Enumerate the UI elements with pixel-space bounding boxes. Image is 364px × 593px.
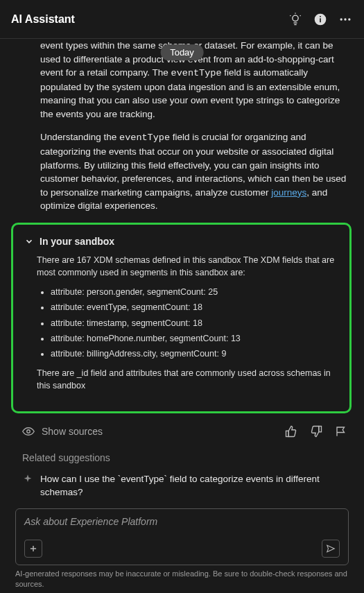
message-paragraph: Understanding the eventType field is cru… <box>40 130 352 212</box>
header-bar: AI Assistant <box>0 0 364 39</box>
svg-point-0 <box>293 15 298 21</box>
related-title: Related suggestions <box>11 451 352 465</box>
info-icon[interactable] <box>313 12 328 27</box>
disclaimer-text: AI-generated responses may be inaccurate… <box>15 569 349 589</box>
svg-point-12 <box>27 430 31 433</box>
suggestion-text: How can I use the `eventType` field to c… <box>40 472 352 499</box>
sandbox-intro: There are 167 XDM schemas defined in thi… <box>37 254 338 279</box>
svg-rect-14 <box>319 427 322 432</box>
show-sources-label: Show sources <box>42 424 103 438</box>
eye-icon <box>22 425 35 438</box>
message-scroll: event types within the same schema or da… <box>0 39 364 524</box>
sources-row: Show sources <box>11 422 352 448</box>
svg-line-4 <box>290 15 291 16</box>
text: Understanding the <box>40 132 119 142</box>
svg-point-11 <box>348 18 350 20</box>
code-text: eventType <box>119 132 170 143</box>
code-text: eventType <box>171 68 222 78</box>
sandbox-toggle[interactable]: In your sandbox <box>24 234 338 248</box>
flag-icon[interactable] <box>335 425 347 438</box>
sparkle-icon <box>22 474 33 485</box>
journeys-link[interactable]: journeys <box>271 187 306 198</box>
sandbox-title: In your sandbox <box>40 234 114 248</box>
list-item: attribute: eventType, segmentCount: 18 <box>51 301 338 313</box>
suggestion-item[interactable]: How can I use the `eventType` field to c… <box>11 472 352 499</box>
list-item: attribute: billingAddress.city, segmentC… <box>51 347 338 360</box>
sandbox-body: There are 167 XDM schemas defined in thi… <box>37 254 338 392</box>
svg-rect-13 <box>286 431 289 437</box>
app-title: AI Assistant <box>11 13 75 26</box>
input-placeholder: Ask about Experience Platform <box>24 516 340 527</box>
send-button[interactable] <box>322 540 340 558</box>
chevron-down-icon <box>24 237 34 246</box>
idea-icon[interactable] <box>288 12 303 27</box>
sandbox-footer: There are _id field and attributes that … <box>37 367 338 392</box>
send-icon <box>326 544 336 553</box>
show-sources-button[interactable]: Show sources <box>22 424 103 438</box>
thumbs-up-icon[interactable] <box>285 425 297 438</box>
svg-line-5 <box>300 15 301 16</box>
list-item: attribute: person.gender, segmentCount: … <box>51 286 338 298</box>
feedback-actions <box>285 425 347 438</box>
header-actions <box>288 12 353 27</box>
more-icon[interactable] <box>338 12 353 27</box>
list-item: attribute: homePhone.number, segmentCoun… <box>51 332 338 345</box>
svg-rect-7 <box>320 18 321 22</box>
plus-icon <box>28 544 38 553</box>
svg-rect-8 <box>320 16 321 17</box>
input-toolbar <box>24 540 340 558</box>
thumbs-down-icon[interactable] <box>310 425 322 438</box>
svg-point-9 <box>340 18 343 20</box>
attach-button[interactable] <box>24 540 42 558</box>
input-area[interactable]: Ask about Experience Platform <box>15 508 349 565</box>
svg-point-10 <box>344 18 346 20</box>
sandbox-list: attribute: person.gender, segmentCount: … <box>37 286 338 360</box>
list-item: attribute: timestamp, segmentCount: 18 <box>51 317 338 329</box>
sandbox-panel: In your sandbox There are 167 XDM schema… <box>11 223 352 413</box>
date-pill: Today <box>160 44 204 60</box>
